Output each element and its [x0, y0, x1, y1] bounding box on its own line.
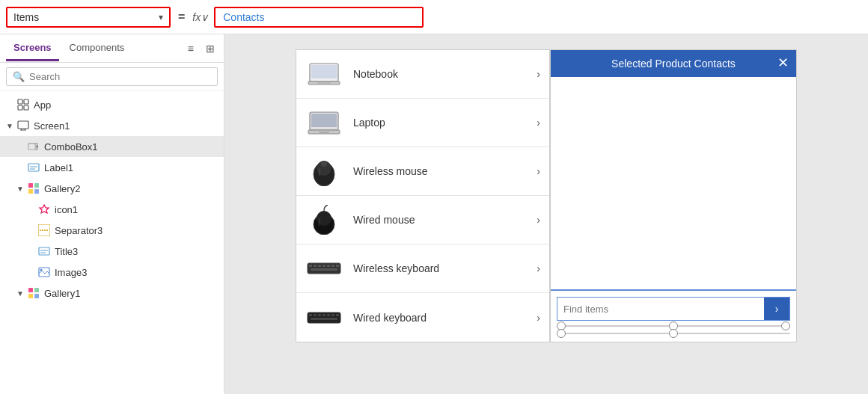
product-item-wired-keyboard[interactable]: Wired keyboard › [296, 293, 549, 342]
selected-panel-header: Selected Product Contacts ✕ [551, 50, 796, 77]
separator3-icon [37, 224, 51, 237]
gallery2-icon [27, 182, 40, 195]
expand-icon: ▼ [6, 122, 16, 130]
tree-area: App ▼ Screen1 [0, 91, 224, 394]
svg-rect-49 [318, 265, 321, 267]
grid-view-icon[interactable]: ⊞ [203, 41, 218, 56]
find-items-input[interactable] [557, 299, 764, 319]
slider-track-1[interactable] [557, 325, 790, 327]
svg-rect-38 [319, 132, 329, 133]
wireless-mouse-name: Wireless mouse [353, 165, 537, 177]
selected-panel-footer: › [551, 291, 796, 342]
svg-rect-28 [34, 288, 39, 292]
tab-components[interactable]: Components [62, 36, 132, 61]
find-items-button[interactable]: › [764, 298, 789, 320]
svg-rect-0 [18, 99, 22, 104]
wired-keyboard-name: Wired keyboard [353, 312, 537, 324]
tree-item-label1[interactable]: Label1 [0, 157, 224, 178]
svg-rect-48 [314, 265, 317, 267]
slider-row-1 [557, 324, 790, 328]
svg-rect-47 [309, 265, 312, 267]
svg-rect-15 [28, 183, 33, 188]
laptop-image [305, 106, 343, 139]
tab-screens[interactable]: Screens [6, 36, 59, 61]
main-area: Screens Components ≡ ⊞ 🔍 [0, 34, 868, 394]
svg-rect-2 [18, 105, 22, 110]
canvas-area: Notebook › Laptop › [296, 49, 797, 342]
wireless-keyboard-name: Wireless keyboard [353, 262, 537, 274]
svg-rect-60 [327, 314, 330, 316]
formula-box[interactable]: Contacts [214, 7, 424, 28]
tree-item-gallery2[interactable]: ▼ Gallery2 [0, 178, 224, 199]
close-icon[interactable]: ✕ [777, 55, 789, 71]
search-row: 🔍 [0, 63, 224, 91]
product-item-wireless-mouse[interactable]: Wireless mouse › [296, 147, 549, 196]
product-item-laptop[interactable]: Laptop › [296, 99, 549, 147]
icon1-icon: + [37, 203, 51, 216]
slider-thumb-left-2[interactable] [557, 329, 566, 338]
slider-thumb-mid-2[interactable] [669, 329, 678, 338]
fx-arrow-icon: ∨ [201, 11, 208, 23]
svg-rect-54 [311, 268, 337, 271]
tab-icons: ≡ ⊞ [185, 41, 218, 56]
gallery1-icon [27, 286, 40, 300]
app-label: App [34, 99, 51, 111]
selected-panel-title: Selected Product Contacts [611, 58, 736, 70]
svg-rect-59 [323, 314, 326, 316]
fx-button[interactable]: fx ∨ [192, 11, 208, 23]
app-icon [16, 98, 30, 111]
svg-rect-4 [18, 121, 28, 129]
title3-label: Title3 [55, 246, 78, 257]
tree-item-image3[interactable]: Image3 [0, 262, 224, 283]
fx-label: fx [192, 11, 201, 23]
list-view-icon[interactable]: ≡ [185, 41, 197, 56]
notebook-name: Notebook [353, 68, 537, 80]
svg-rect-53 [336, 265, 339, 267]
product-item-wired-mouse[interactable]: Wired mouse › [296, 196, 549, 244]
svg-rect-17 [28, 189, 33, 194]
tree-item-screen1[interactable]: ▼ Screen1 [0, 115, 224, 136]
expand-icon: ▼ [16, 289, 27, 298]
tree-item-icon1[interactable]: + icon1 [0, 199, 224, 220]
find-items-row: › [557, 297, 790, 321]
gallery1-label: Gallery1 [44, 288, 80, 299]
product-item-notebook[interactable]: Notebook › [296, 50, 549, 99]
image3-icon [37, 265, 51, 279]
tree-item-gallery1[interactable]: ▼ Gallery1 [0, 283, 224, 304]
svg-rect-27 [28, 288, 33, 292]
slider-thumb-right-1[interactable] [781, 321, 790, 330]
tree-item-combobox1[interactable]: ▾ ComboBox1 [0, 136, 224, 157]
selected-product-panel: Selected Product Contacts ✕ › [550, 49, 797, 342]
svg-rect-32 [311, 65, 337, 79]
wired-mouse-image [305, 203, 343, 236]
product-list: Notebook › Laptop › [296, 49, 550, 342]
tree-item-separator3[interactable]: Separator3 [0, 220, 224, 241]
separator3-label: Separator3 [55, 225, 103, 236]
svg-rect-30 [34, 294, 39, 298]
svg-rect-16 [34, 183, 39, 188]
wireless-keyboard-chevron-icon: › [537, 262, 540, 274]
tree-item-title3[interactable]: Title3 [0, 241, 224, 262]
dropdown-arrow-icon: ▾ [159, 12, 163, 22]
items-dropdown[interactable]: Items ▾ [6, 7, 171, 28]
label-icon [27, 161, 40, 174]
combobox-icon: ▾ [27, 140, 40, 153]
tree-item-app[interactable]: App [0, 94, 224, 115]
svg-point-42 [321, 161, 327, 167]
svg-rect-56 [309, 314, 312, 316]
slider-track-2[interactable] [557, 333, 790, 334]
search-input[interactable] [29, 71, 211, 82]
svg-rect-18 [34, 189, 39, 194]
svg-rect-12 [28, 164, 39, 171]
wireless-mouse-image [305, 155, 343, 188]
svg-point-44 [317, 211, 331, 226]
wired-keyboard-chevron-icon: › [537, 312, 540, 324]
svg-text:+: + [40, 210, 43, 215]
find-items-arrow-icon: › [775, 303, 779, 315]
left-panel: Screens Components ≡ ⊞ 🔍 [0, 34, 224, 394]
product-item-wireless-keyboard[interactable]: Wireless keyboard › [296, 244, 549, 293]
svg-point-26 [40, 269, 43, 271]
laptop-name: Laptop [353, 117, 537, 129]
search-input-wrap: 🔍 [6, 67, 218, 86]
svg-rect-1 [24, 99, 28, 104]
